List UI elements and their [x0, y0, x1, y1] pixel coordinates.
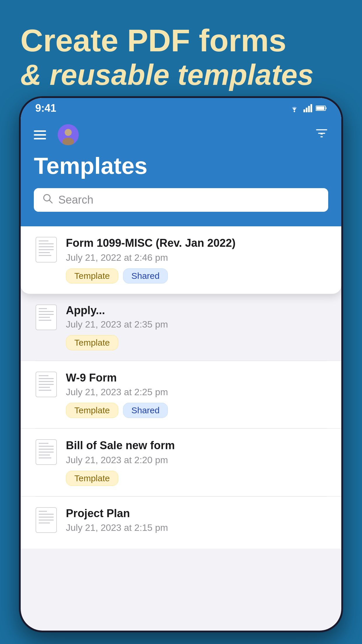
filter-icon	[315, 127, 328, 140]
phone-screen: 9:41	[21, 98, 341, 631]
document-icon	[35, 439, 57, 465]
svg-line-13	[49, 200, 52, 203]
battery-icon	[316, 105, 327, 111]
search-placeholder: Search	[58, 194, 93, 206]
item-tags: Template	[66, 335, 327, 350]
filter-button[interactable]	[315, 127, 328, 143]
document-icon	[35, 371, 57, 398]
list-item[interactable]: Project Plan July 21, 2023 at 2:15 pm	[21, 497, 341, 549]
item-info: Project Plan July 21, 2023 at 2:15 pm	[66, 507, 327, 539]
list-item[interactable]: W-9 Form July 21, 2023 at 2:25 pm Templa…	[21, 361, 341, 429]
item-title: Bill of Sale new form	[66, 439, 327, 452]
search-bar[interactable]: Search	[34, 188, 328, 212]
item-tags: Template Shared	[66, 403, 327, 418]
tag-template: Template	[66, 268, 118, 284]
document-icon	[35, 304, 57, 330]
avatar[interactable]	[58, 124, 79, 145]
hero-title: Create PDF forms	[20, 23, 342, 58]
content-area: Form 1099-MISC (Rev. Jan 2022) July 21, …	[21, 226, 341, 549]
menu-line-1	[34, 130, 46, 132]
item-date: July 21, 2022 at 2:46 pm	[66, 252, 327, 263]
status-time: 9:41	[35, 102, 56, 114]
item-info: Bill of Sale new form July 21, 2023 at 2…	[66, 439, 327, 486]
svg-rect-3	[308, 106, 310, 112]
svg-point-0	[294, 111, 295, 112]
wifi-icon	[289, 104, 300, 112]
item-title: Project Plan	[66, 507, 327, 520]
app-header: Templates Search	[21, 118, 341, 226]
tag-shared: Shared	[123, 403, 168, 418]
header-top	[34, 124, 328, 145]
tag-template: Template	[66, 403, 118, 418]
svg-point-9	[65, 129, 72, 136]
document-icon	[35, 507, 57, 533]
svg-rect-4	[310, 104, 312, 112]
item-date: July 21, 2023 at 2:20 pm	[66, 455, 327, 466]
svg-rect-7	[316, 106, 324, 110]
tag-template: Template	[66, 471, 118, 486]
hero-subtitle: & reusable templates	[20, 58, 342, 92]
item-date: July 21, 2023 at 2:25 pm	[66, 387, 327, 398]
item-title: Apply...	[66, 304, 327, 317]
item-tags: Template Shared	[66, 268, 327, 284]
avatar-image	[58, 124, 79, 145]
list-item[interactable]: Apply... July 21, 2023 at 2:35 pm Templa…	[21, 294, 341, 361]
item-info: Apply... July 21, 2023 at 2:35 pm Templa…	[66, 304, 327, 350]
phone-frame: 9:41	[19, 96, 343, 632]
svg-rect-1	[303, 109, 305, 112]
signal-icon	[303, 104, 312, 112]
item-title: W-9 Form	[66, 371, 327, 385]
svg-rect-6	[326, 107, 326, 109]
page-title: Templates	[34, 153, 328, 179]
list-item[interactable]: Form 1099-MISC (Rev. Jan 2022) July 21, …	[21, 226, 341, 294]
menu-line-2	[34, 134, 46, 136]
menu-button[interactable]	[34, 130, 46, 139]
item-date: July 21, 2023 at 2:35 pm	[66, 319, 327, 330]
tag-template: Template	[66, 335, 118, 350]
item-info: W-9 Form July 21, 2023 at 2:25 pm Templa…	[66, 371, 327, 418]
svg-rect-2	[306, 108, 307, 112]
menu-line-3	[34, 138, 46, 139]
status-icons	[289, 104, 327, 112]
item-title: Form 1099-MISC (Rev. Jan 2022)	[66, 237, 327, 250]
search-icon	[43, 193, 53, 206]
item-tags: Template	[66, 471, 327, 486]
tag-shared: Shared	[123, 268, 168, 284]
header-left	[34, 124, 79, 145]
item-info: Form 1099-MISC (Rev. Jan 2022) July 21, …	[66, 237, 327, 284]
item-date: July 21, 2023 at 2:15 pm	[66, 522, 327, 533]
status-bar: 9:41	[21, 98, 341, 118]
document-icon	[35, 237, 57, 263]
list-item[interactable]: Bill of Sale new form July 21, 2023 at 2…	[21, 429, 341, 496]
